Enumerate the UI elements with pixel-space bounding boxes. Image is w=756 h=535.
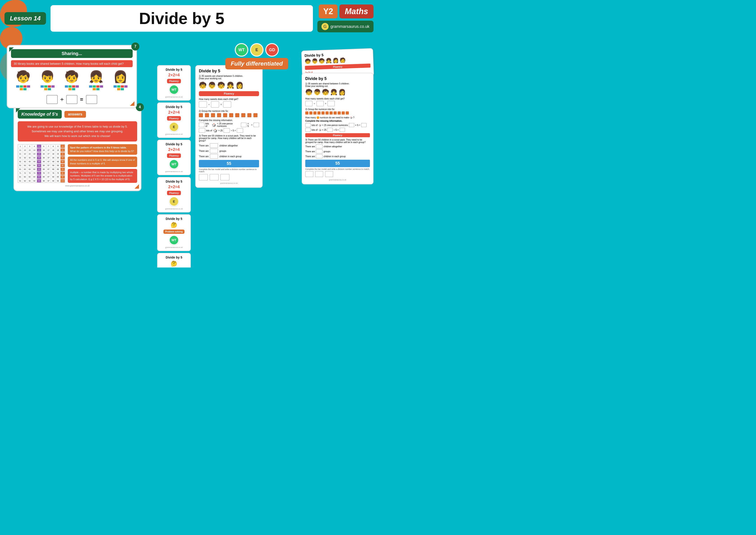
grid-cell-17: 17	[46, 148, 51, 152]
ws-eq-box2	[316, 101, 324, 106]
n6	[325, 111, 329, 115]
grid-cell-43: 43	[27, 160, 32, 163]
grid-cell-9: 9	[56, 144, 60, 148]
equals-symbol: =	[80, 96, 83, 103]
wf-b1	[305, 123, 310, 127]
mw-answer-box2	[211, 101, 219, 108]
mw-fill-row-1: lots of 🎲 = 25 one-pence numicons × 5 =	[199, 123, 259, 127]
grid-cell-20: 20	[60, 148, 65, 152]
mw-q2b-label: 2) Group the numicon into 5s:	[199, 110, 259, 112]
worksheet-card-5[interactable]: Divide by 5 🤔 Problem solving WT grammar…	[157, 214, 191, 251]
b16	[100, 85, 103, 88]
grid-cell-77: 77	[46, 171, 51, 175]
ws-fill-info: Complete the missing information.	[305, 120, 370, 122]
ws-math-1: 2+2=4	[168, 73, 179, 77]
worksheet-card-6[interactable]: Divide by 5 🤔 Problem solving E grammars…	[157, 253, 191, 268]
b12	[72, 88, 75, 90]
complete-bar-text: Complete the bar model and write a divis…	[199, 168, 259, 173]
diff-badge-wt: WT	[235, 43, 248, 57]
grid-cell-94: 94	[32, 179, 37, 183]
b23	[117, 88, 120, 90]
problem-icon-6: 🤔	[171, 261, 177, 267]
ws-grammar-right: grammarsaurus.co.uk	[305, 179, 370, 181]
ws-fluency-3: Fluency	[167, 154, 181, 158]
knowledge-body-text: We are going to use our knowledge of the…	[18, 121, 137, 142]
wf-b4	[305, 128, 310, 132]
worksheet-card-4[interactable]: Divide by 5 2+2=4 Fluency E grammarsauru…	[157, 177, 191, 212]
final-box-2	[210, 174, 219, 180]
numicon-7	[235, 113, 239, 117]
fill-box-2a	[199, 128, 205, 133]
ws-fig-4: 👧	[325, 58, 332, 64]
ws-fluency-back: Fluency	[305, 64, 370, 70]
grid-cell-49: 49	[56, 160, 60, 163]
ws-fluency-4: Fluency	[167, 191, 181, 195]
grid-cell-40: 40	[60, 156, 65, 160]
ws-q3-r2: There are groups	[305, 149, 370, 154]
grid-cell-52: 52	[23, 164, 27, 167]
ws-q3b2	[316, 149, 323, 154]
grid-cell-27: 27	[46, 152, 51, 156]
grid-cell-32: 32	[23, 156, 27, 160]
grid-cell-47: 47	[46, 160, 51, 163]
worksheet-card-3[interactable]: Divide by 5 2+2=4 Fluency WT grammarsaur…	[157, 140, 191, 175]
grid-cell-53: 53	[27, 164, 32, 167]
b9	[72, 85, 75, 88]
mw-answer-box1	[199, 101, 207, 108]
slide-sharing-title: Sharing...	[11, 49, 133, 58]
ws-title-6: Divide by 5	[166, 256, 182, 259]
grid-cell-60: 60	[60, 164, 65, 167]
wf-dice: 🎲	[318, 124, 321, 127]
eq-divisor	[66, 95, 77, 104]
fill-box-1a	[199, 123, 204, 127]
fact1-title: Spot the pattern of numbers in the 5 tim…	[70, 146, 126, 149]
grid-cell-4: 4	[32, 144, 37, 148]
child-figure-3: 🧒	[64, 70, 80, 92]
grid-cell-46: 46	[41, 160, 46, 163]
grid-cell-16: 16	[41, 148, 46, 152]
grid-cell-23: 23	[27, 152, 32, 156]
ws-numicon	[305, 111, 370, 115]
div-sym-2: ÷ 5 =	[231, 129, 236, 132]
grid-cell-72: 72	[23, 171, 27, 175]
grid-cell-62: 62	[23, 168, 27, 171]
grid-cell-65: 65	[37, 168, 41, 171]
grid-cell-26: 26	[41, 152, 46, 156]
child-books-1	[15, 85, 31, 90]
fill-box-2c	[237, 128, 243, 133]
lesson-badge: Lesson 14	[5, 12, 46, 25]
lesson-label: Lesson 14	[10, 15, 40, 22]
ws-main-right: Divide by 5 1) 35 sweets are shared betw…	[302, 73, 373, 184]
eq-val: =	[251, 124, 253, 126]
ws-there3: There are	[305, 155, 315, 158]
worksheet-card-2[interactable]: Divide by 5 2+2=4 Fluency E grammarsauru…	[157, 102, 191, 138]
fact-box-2: All the numbers end in 5 or 0. We will a…	[68, 156, 137, 167]
worksheet-card-1[interactable]: Divide by 5 2+2=4 Fluency WT grammarsaur…	[157, 65, 191, 100]
mw-title: Divide by 5	[199, 69, 259, 73]
ws-fluency-right: Fluency	[305, 133, 370, 137]
child-icon-4: 👧	[89, 70, 103, 84]
mw-fill-label: Complete the missing information.	[199, 119, 259, 122]
diff-badges-row: WT E GD	[225, 43, 288, 57]
there-are-1: There are	[199, 144, 208, 147]
answers-button[interactable]: answers	[65, 111, 86, 118]
grid-cell-59: 59	[56, 164, 60, 167]
grid-cell-50: 50	[60, 160, 65, 163]
child-books-3	[64, 85, 80, 90]
wf-dice2: 🎲	[318, 129, 321, 131]
n1	[305, 111, 309, 115]
maths-badge: Maths	[339, 5, 373, 18]
ws-title-5: Divide by 5	[166, 217, 182, 221]
grid-cell-22: 22	[23, 152, 27, 156]
grid-cell-37: 37	[46, 156, 51, 160]
ws-level-wt-5: WT	[169, 235, 179, 245]
grid-cell-74: 74	[32, 171, 37, 175]
mw-q3-row2: There are groups	[199, 149, 259, 153]
grid-cell-48: 48	[51, 160, 55, 163]
there-are-3: There are	[199, 155, 208, 158]
b2	[44, 85, 47, 88]
fact1-body: What do you notice? How does this help u…	[70, 150, 134, 153]
fill-box-1c	[254, 123, 259, 127]
grid-cell-82: 82	[23, 175, 27, 179]
grid-cell-73: 73	[27, 171, 32, 175]
